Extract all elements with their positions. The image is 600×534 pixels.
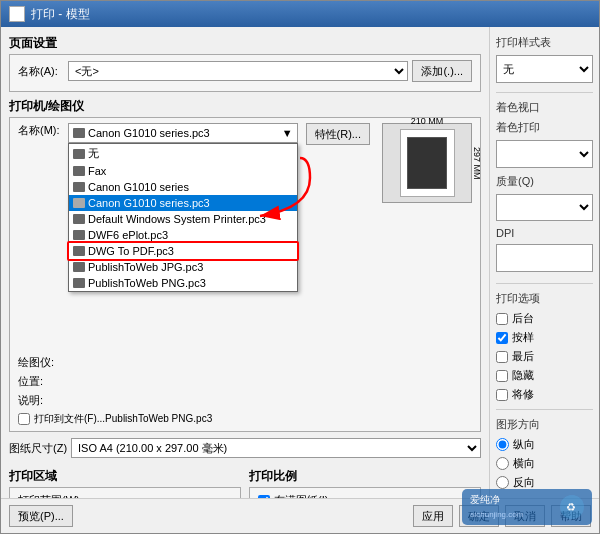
option-hide-checkbox[interactable] bbox=[496, 370, 508, 382]
printer-details: 绘图仪: 位置: 说明: 打印到文件(F bbox=[18, 355, 472, 426]
printer-icon-windows bbox=[73, 214, 85, 224]
paper-size-select[interactable]: ISO A4 (210.00 x 297.00 毫米) bbox=[71, 438, 481, 458]
watermark-svg: 爱纯净 aichunjing.com ♻ bbox=[462, 489, 592, 525]
option-style-label: 按样 bbox=[512, 330, 534, 345]
style-table-label: 打印样式表 bbox=[496, 35, 593, 50]
shade-sub: 着色打印 bbox=[496, 120, 593, 135]
option-style-checkbox[interactable] bbox=[496, 332, 508, 344]
window-title: 打印 - 模型 bbox=[31, 6, 90, 23]
preview-paper: 210 MM 297 MM bbox=[400, 129, 455, 197]
printer-icon-dwf bbox=[73, 230, 85, 240]
dropdown-item-fax[interactable]: Fax bbox=[69, 163, 297, 179]
page-setup-title: 页面设置 bbox=[9, 35, 481, 52]
printer-icon-fax bbox=[73, 166, 85, 176]
printer-icon-png bbox=[73, 278, 85, 288]
dropdown-item-dwf[interactable]: DWF6 ePlot.pc3 bbox=[69, 227, 297, 243]
print-area-title: 打印区域 bbox=[9, 468, 241, 485]
portrait-label: 纵向 bbox=[513, 437, 535, 452]
dropdown-item-none[interactable]: 无 bbox=[69, 144, 297, 163]
printer-name-container: Canon G1010 series.pc3 ▼ 无 bbox=[68, 123, 298, 143]
paper-size-row: 图纸尺寸(Z) ISO A4 (210.00 x 297.00 毫米) bbox=[9, 438, 481, 458]
properties-button[interactable]: 特性(R)... bbox=[306, 123, 370, 145]
dropdown-item-windows[interactable]: Default Windows System Printer.pc3 bbox=[69, 211, 297, 227]
printer-dropdown-list: 无 Fax Canon G1010 series bbox=[68, 143, 298, 292]
option-mod-label: 将修 bbox=[512, 387, 534, 402]
style-table-select[interactable]: 无 bbox=[496, 55, 593, 83]
reverse-radio[interactable] bbox=[496, 476, 509, 489]
landscape-row: 横向 bbox=[496, 456, 593, 471]
quality-select[interactable] bbox=[496, 194, 593, 222]
add-button[interactable]: 添加(.)... bbox=[412, 60, 472, 82]
quality-label: 质量(Q) bbox=[496, 174, 593, 189]
page-setup-section: 页面设置 名称(A): <无> 添加(.)... bbox=[9, 35, 481, 92]
shade-label: 着色视口 bbox=[496, 100, 593, 115]
right-panel: 打印样式表 无 着色视口 着色打印 质量(Q) DPI 打印选项 后台 按样 bbox=[489, 27, 599, 498]
print-scale-col: 打印比例 布满图纸(I) 比例(S): 自定义 bbox=[249, 468, 481, 498]
dropdown-item-canon2[interactable]: Canon G1010 series.pc3 bbox=[69, 195, 297, 211]
print-preview: 210 MM 297 MM bbox=[382, 123, 472, 203]
page-setup-select[interactable]: <无> bbox=[68, 61, 408, 81]
preview-dim-right: 297 MM bbox=[472, 147, 482, 180]
print-area-col: 打印区域 打印范围(W): 显示 bbox=[9, 468, 241, 498]
options-label: 打印选项 bbox=[496, 291, 593, 306]
reverse-label: 反向 bbox=[513, 475, 535, 490]
print-dialog: 打印 - 模型 页面设置 名称(A): <无> 添加(.)... bbox=[0, 0, 600, 534]
portrait-radio[interactable] bbox=[496, 438, 509, 451]
area-scale-row: 打印区域 打印范围(W): 显示 打印比例 bbox=[9, 468, 481, 498]
landscape-radio[interactable] bbox=[496, 457, 509, 470]
option-last-checkbox[interactable] bbox=[496, 351, 508, 363]
print-to-file-label: 打印到文件(F)...PublishToWeb PNG.pc3 bbox=[34, 412, 212, 426]
printer-icon-canon1 bbox=[73, 182, 85, 192]
option-bg-label: 后台 bbox=[512, 311, 534, 326]
title-bar: 打印 - 模型 bbox=[1, 1, 599, 27]
dropdown-item-pdf[interactable]: DWG To PDF.pc3 bbox=[69, 243, 297, 259]
preview-dim-top: 210 MM bbox=[411, 116, 444, 126]
main-panel: 页面设置 名称(A): <无> 添加(.)... 打印机/绘图仪 bbox=[1, 27, 489, 498]
plotter-label: 绘图仪: bbox=[18, 355, 64, 370]
watermark: 爱纯净 aichunjing.com ♻ bbox=[462, 489, 592, 528]
dpi-input[interactable] bbox=[496, 244, 593, 272]
dropdown-arrow-icon: ▼ bbox=[282, 127, 293, 139]
printer-icon bbox=[73, 128, 85, 138]
option-mod-checkbox[interactable] bbox=[496, 389, 508, 401]
svg-text:爱纯净: 爱纯净 bbox=[470, 494, 500, 505]
printer-icon-jpg bbox=[73, 262, 85, 272]
svg-rect-2 bbox=[14, 15, 20, 17]
dropdown-item-jpg[interactable]: PublishToWeb JPG.pc3 bbox=[69, 259, 297, 275]
option-last-label: 最后 bbox=[512, 349, 534, 364]
dpi-label: DPI bbox=[496, 227, 593, 239]
option-row-4: 隐藏 bbox=[496, 368, 593, 383]
printer-icon-pdf bbox=[73, 246, 85, 256]
paper-size-label: 图纸尺寸(Z) bbox=[9, 441, 67, 456]
option-row-1: 后台 bbox=[496, 311, 593, 326]
direction-label: 图形方向 bbox=[496, 417, 593, 432]
dropdown-item-png[interactable]: PublishToWeb PNG.pc3 bbox=[69, 275, 297, 291]
preview-button[interactable]: 预览(P)... bbox=[9, 505, 73, 527]
preview-content bbox=[407, 137, 447, 189]
shade-select[interactable] bbox=[496, 140, 593, 168]
printer-icon-none bbox=[73, 149, 85, 159]
option-row-3: 最后 bbox=[496, 349, 593, 364]
window-icon bbox=[9, 6, 25, 22]
landscape-label: 横向 bbox=[513, 456, 535, 471]
svg-text:aichunjing.com: aichunjing.com bbox=[470, 510, 524, 519]
print-to-file-checkbox[interactable] bbox=[18, 413, 30, 425]
print-scale-title: 打印比例 bbox=[249, 468, 481, 485]
printer-section: 打印机/绘图仪 名称(M): Canon G1010 series.pc3 ▼ bbox=[9, 98, 481, 432]
apply-button[interactable]: 应用 bbox=[413, 505, 453, 527]
printer-dropdown-trigger[interactable]: Canon G1010 series.pc3 ▼ bbox=[68, 123, 298, 143]
portrait-row: 纵向 bbox=[496, 437, 593, 452]
reverse-row: 反向 bbox=[496, 475, 593, 490]
printer-title: 打印机/绘图仪 bbox=[9, 98, 481, 115]
option-bg-checkbox[interactable] bbox=[496, 313, 508, 325]
printer-selected: Canon G1010 series.pc3 bbox=[88, 127, 210, 139]
option-hide-label: 隐藏 bbox=[512, 368, 534, 383]
option-row-2: 按样 bbox=[496, 330, 593, 345]
print-to-file-row: 打印到文件(F)...PublishToWeb PNG.pc3 bbox=[18, 412, 472, 426]
svg-text:♻: ♻ bbox=[566, 501, 576, 513]
location-label: 位置: bbox=[18, 374, 64, 389]
name-label: 名称(A): bbox=[18, 64, 64, 79]
dropdown-item-canon1[interactable]: Canon G1010 series bbox=[69, 179, 297, 195]
printer-name-label: 名称(M): bbox=[18, 123, 64, 138]
option-row-5: 将修 bbox=[496, 387, 593, 402]
